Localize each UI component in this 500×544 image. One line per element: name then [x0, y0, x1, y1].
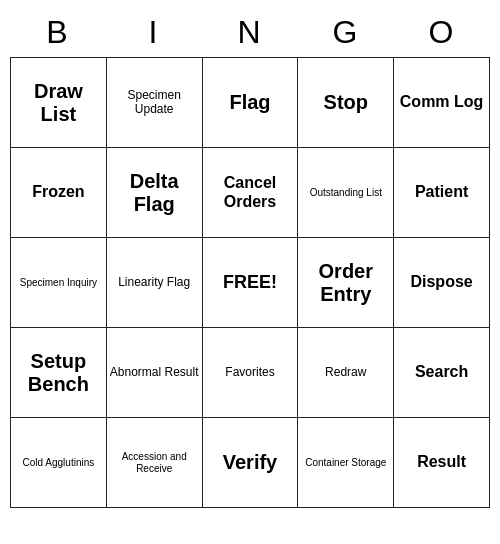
cell-6[interactable]: Delta Flag — [107, 148, 203, 238]
header-i: I — [106, 10, 202, 55]
cell-9[interactable]: Patient — [394, 148, 490, 238]
cell-12-free[interactable]: FREE! — [203, 238, 299, 328]
cell-1[interactable]: Specimen Update — [107, 58, 203, 148]
header-o: O — [394, 10, 490, 55]
cell-18[interactable]: Redraw — [298, 328, 394, 418]
cell-15[interactable]: Setup Bench — [11, 328, 107, 418]
cell-0[interactable]: Draw List — [11, 58, 107, 148]
cell-16[interactable]: Abnormal Result — [107, 328, 203, 418]
bingo-grid: Draw List Specimen Update Flag Stop Comm… — [10, 57, 490, 508]
cell-3[interactable]: Stop — [298, 58, 394, 148]
cell-22[interactable]: Verify — [203, 418, 299, 508]
cell-20[interactable]: Cold Agglutinins — [11, 418, 107, 508]
cell-21[interactable]: Accession and Receive — [107, 418, 203, 508]
cell-13[interactable]: Order Entry — [298, 238, 394, 328]
cell-4[interactable]: Comm Log — [394, 58, 490, 148]
bingo-card: B I N G O Draw List Specimen Update Flag… — [10, 10, 490, 508]
cell-10[interactable]: Specimen Inquiry — [11, 238, 107, 328]
cell-5[interactable]: Frozen — [11, 148, 107, 238]
cell-7[interactable]: Cancel Orders — [203, 148, 299, 238]
cell-23[interactable]: Container Storage — [298, 418, 394, 508]
cell-11[interactable]: Linearity Flag — [107, 238, 203, 328]
header-g: G — [298, 10, 394, 55]
cell-24[interactable]: Result — [394, 418, 490, 508]
cell-8[interactable]: Outstanding List — [298, 148, 394, 238]
header-b: B — [10, 10, 106, 55]
cell-17[interactable]: Favorites — [203, 328, 299, 418]
cell-19[interactable]: Search — [394, 328, 490, 418]
header-n: N — [202, 10, 298, 55]
cell-2[interactable]: Flag — [203, 58, 299, 148]
bingo-header: B I N G O — [10, 10, 490, 55]
cell-14[interactable]: Dispose — [394, 238, 490, 328]
